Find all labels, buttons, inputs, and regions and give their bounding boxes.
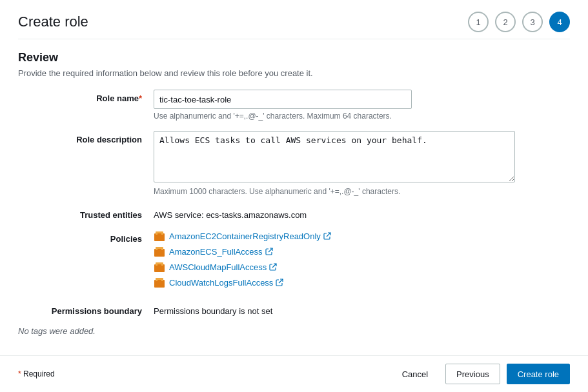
role-description-textarea[interactable]: Allows ECS tasks to call AWS services on…: [154, 131, 515, 182]
role-name-control: Use alphanumeric and '+=,.@-_' character…: [154, 90, 528, 121]
permissions-boundary-row: Permissions boundary Permissions boundar…: [18, 302, 570, 316]
permissions-boundary-value: Permissions boundary is not set: [154, 302, 528, 316]
role-description-label: Role description: [18, 131, 154, 144]
policies-label: Policies: [18, 230, 154, 244]
box-icon: [154, 246, 165, 257]
role-name-hint: Use alphanumeric and '+=,.@-_' character…: [154, 112, 528, 121]
role-description-control: Allows ECS tasks to call AWS services on…: [154, 131, 528, 196]
list-item: AmazonEC2ContainerRegistryReadOnly: [154, 230, 528, 242]
cancel-button[interactable]: Cancel: [391, 364, 439, 384]
main-content: Review Provide the required information …: [0, 39, 588, 355]
box-icon: [154, 261, 165, 273]
role-name-label: Role name*: [18, 90, 154, 103]
policy-link-4[interactable]: CloudWatchLogsFullAccess: [169, 278, 283, 288]
svg-rect-2: [157, 233, 161, 235]
page-title: Create role: [18, 14, 88, 30]
role-name-row: Role name* Use alphanumeric and '+=,.@-_…: [18, 90, 570, 121]
step-3: 3: [522, 12, 543, 32]
page-footer: * Required Cancel Previous Create role: [0, 355, 588, 392]
policy-link-3[interactable]: AWSCloudMapFullAccess: [169, 262, 277, 272]
step-4: 4: [549, 12, 570, 32]
external-link-icon: [323, 232, 331, 240]
required-star: *: [139, 93, 142, 103]
svg-rect-14: [157, 280, 161, 282]
role-description-hint: Maximum 1000 characters. Use alphanumeri…: [154, 187, 528, 196]
footer-buttons: Cancel Previous Create role: [391, 364, 570, 384]
policy-link-2[interactable]: AmazonECS_FullAccess: [169, 247, 273, 257]
steps-indicator: 1 2 3 4: [468, 12, 570, 32]
section-title: Review: [18, 51, 570, 64]
permissions-boundary-label: Permissions boundary: [18, 302, 154, 316]
policies-row: Policies AmazonEC2ContainerRegistryReadO…: [18, 230, 570, 292]
role-name-input[interactable]: [154, 90, 412, 109]
trusted-entities-row: Trusted entities AWS service: ecs-tasks.…: [18, 206, 570, 220]
svg-rect-10: [157, 264, 161, 266]
external-link-icon: [269, 263, 277, 271]
box-icon: [154, 277, 165, 288]
list-item: AWSCloudMapFullAccess: [154, 261, 528, 273]
no-tags-message: No tags were added.: [18, 326, 570, 336]
box-icon: [154, 230, 165, 242]
policy-link-1[interactable]: AmazonEC2ContainerRegistryReadOnly: [169, 231, 331, 241]
external-link-icon: [276, 279, 283, 286]
svg-line-7: [269, 248, 272, 252]
trusted-entities-label: Trusted entities: [18, 206, 154, 220]
svg-rect-6: [157, 249, 161, 251]
policies-list: AmazonEC2ContainerRegistryReadOnly: [154, 230, 528, 288]
required-note: * Required: [18, 369, 55, 378]
section-subtitle: Provide the required information below a…: [18, 68, 570, 78]
create-role-button[interactable]: Create role: [507, 364, 570, 384]
step-2: 2: [495, 12, 516, 32]
role-description-row: Role description Allows ECS tasks to cal…: [18, 131, 570, 196]
trusted-entities-value: AWS service: ecs-tasks.amazonaws.com: [154, 206, 528, 220]
step-1: 1: [468, 12, 489, 32]
page-header: Create role 1 2 3 4: [0, 0, 588, 39]
svg-line-15: [279, 279, 283, 283]
list-item: CloudWatchLogsFullAccess: [154, 277, 528, 288]
list-item: AmazonECS_FullAccess: [154, 246, 528, 257]
policies-list-wrap: AmazonEC2ContainerRegistryReadOnly: [154, 230, 528, 292]
external-link-icon: [265, 248, 273, 255]
previous-button[interactable]: Previous: [445, 364, 500, 384]
svg-line-3: [327, 233, 330, 237]
svg-line-11: [272, 264, 276, 268]
